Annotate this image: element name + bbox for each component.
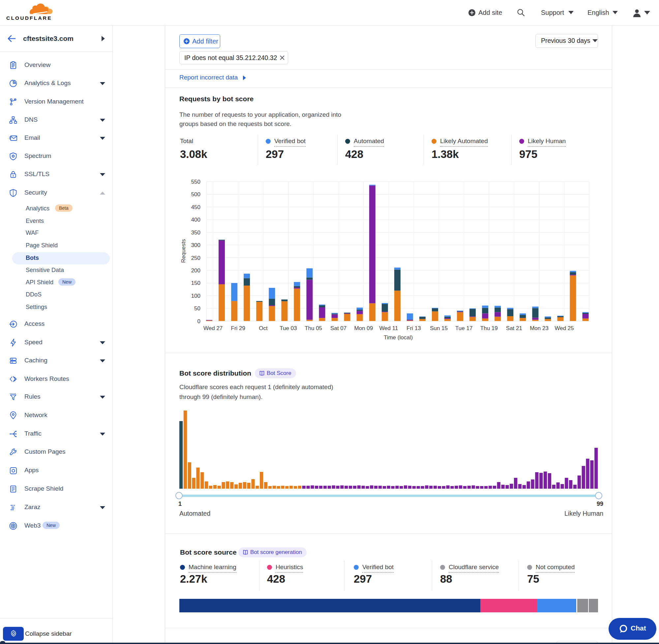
svg-text:Sat 07: Sat 07 [330,325,347,331]
svg-text:350: 350 [191,230,201,236]
svg-text:Sat 21: Sat 21 [506,325,522,331]
svg-text:300: 300 [191,242,201,248]
svg-text:150: 150 [191,280,201,286]
svg-text:Fri 29: Fri 29 [231,325,245,331]
svg-text:Sun 15: Sun 15 [430,325,448,331]
svg-text:Tue 17: Tue 17 [455,325,472,331]
svg-text:50: 50 [194,305,201,312]
svg-text:400: 400 [191,217,201,223]
svg-text:Oct: Oct [259,325,268,331]
svg-text:Thu 19: Thu 19 [480,325,498,331]
svg-text:Wed 25: Wed 25 [555,325,573,331]
svg-text:500: 500 [191,191,201,198]
svg-text:250: 250 [191,255,201,261]
svg-text:0: 0 [197,318,201,324]
svg-text:Wed 27: Wed 27 [204,325,222,331]
svg-text:100: 100 [191,293,201,299]
svg-text:Time (local): Time (local) [384,335,413,341]
svg-text:Mon 09: Mon 09 [354,325,373,331]
svg-text:550: 550 [191,179,201,185]
svg-text:200: 200 [191,268,201,274]
svg-text:Wed 11: Wed 11 [379,325,398,331]
svg-text:Requests: Requests [180,239,187,263]
svg-text:Fri 13: Fri 13 [406,325,421,331]
svg-text:Thu 05: Thu 05 [305,325,322,331]
svg-text:Tue 03: Tue 03 [280,325,297,331]
svg-text:Mon 23: Mon 23 [530,325,548,331]
svg-text:450: 450 [191,204,201,210]
